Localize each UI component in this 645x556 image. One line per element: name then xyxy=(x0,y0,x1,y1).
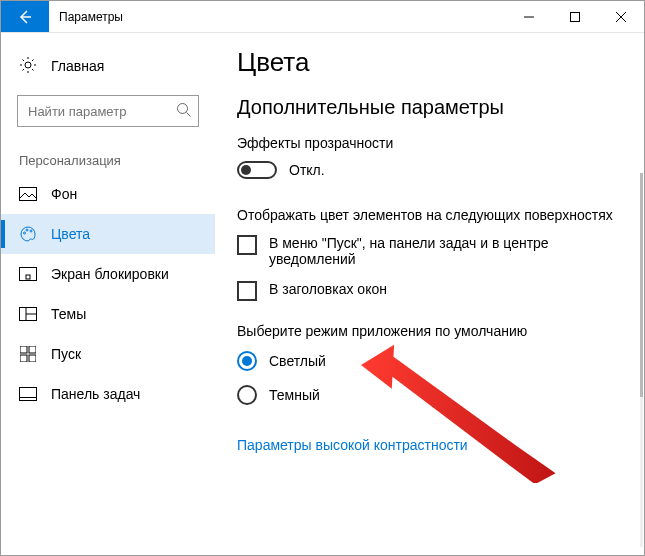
svg-rect-2 xyxy=(571,12,580,21)
svg-rect-25 xyxy=(20,346,27,353)
toggle-state-label: Откл. xyxy=(289,162,325,178)
svg-rect-28 xyxy=(29,355,36,362)
label-app-mode: Выберите режим приложения по умолчанию xyxy=(237,323,634,339)
sidebar-item-label: Фон xyxy=(51,186,77,202)
svg-line-13 xyxy=(23,69,25,71)
page-title: Цвета xyxy=(237,47,634,78)
svg-line-12 xyxy=(32,59,34,61)
themes-icon xyxy=(19,307,37,321)
sidebar: Главная Персонализация Фон Цвета xyxy=(1,33,215,555)
arrow-left-icon xyxy=(16,8,34,26)
sidebar-item-themes[interactable]: Темы xyxy=(1,294,215,334)
checkbox-box xyxy=(237,235,257,255)
radio-circle xyxy=(237,385,257,405)
close-button[interactable] xyxy=(598,1,644,32)
radio-dark[interactable]: Темный xyxy=(237,385,634,405)
checkbox-title-bars[interactable]: В заголовках окон xyxy=(237,281,597,301)
link-high-contrast[interactable]: Параметры высокой контрастности xyxy=(237,437,468,453)
sidebar-section-label: Персонализация xyxy=(1,131,215,174)
label-transparency: Эффекты прозрачности xyxy=(237,135,634,151)
toggle-transparency[interactable] xyxy=(237,161,277,179)
svg-rect-21 xyxy=(26,275,30,279)
lockscreen-icon xyxy=(19,267,37,281)
sidebar-item-taskbar[interactable]: Панель задач xyxy=(1,374,215,414)
checkbox-label: В меню "Пуск", на панели задач и в центр… xyxy=(269,235,597,267)
radio-light[interactable]: Светлый xyxy=(237,351,634,371)
search-input[interactable] xyxy=(17,95,199,127)
picture-icon xyxy=(19,187,37,201)
content-pane: Цвета Дополнительные параметры Эффекты п… xyxy=(215,33,644,555)
checkbox-start-taskbar-actioncenter[interactable]: В меню "Пуск", на панели задач и в центр… xyxy=(237,235,597,267)
svg-line-10 xyxy=(23,59,25,61)
minimize-button[interactable] xyxy=(506,1,552,32)
svg-line-11 xyxy=(32,69,34,71)
label-surfaces: Отображать цвет элементов на следующих п… xyxy=(237,207,634,223)
sidebar-item-label: Цвета xyxy=(51,226,90,242)
sidebar-item-background[interactable]: Фон xyxy=(1,174,215,214)
checkbox-label: В заголовках окон xyxy=(269,281,387,297)
sidebar-item-label: Главная xyxy=(51,58,104,74)
svg-point-5 xyxy=(25,62,31,68)
maximize-button[interactable] xyxy=(552,1,598,32)
sidebar-item-home[interactable]: Главная xyxy=(1,45,215,87)
sidebar-item-label: Пуск xyxy=(51,346,81,362)
back-button[interactable] xyxy=(1,1,49,32)
svg-point-19 xyxy=(30,230,32,232)
sidebar-item-lockscreen[interactable]: Экран блокировки xyxy=(1,254,215,294)
settings-window: Параметры Главная xyxy=(0,0,645,556)
sidebar-item-start[interactable]: Пуск xyxy=(1,334,215,374)
sidebar-item-label: Экран блокировки xyxy=(51,266,169,282)
sidebar-item-colors[interactable]: Цвета xyxy=(1,214,215,254)
search-box[interactable] xyxy=(17,95,199,127)
svg-point-18 xyxy=(26,229,28,231)
palette-icon xyxy=(19,225,37,243)
svg-point-17 xyxy=(24,232,26,234)
svg-line-15 xyxy=(187,113,191,117)
titlebar: Параметры xyxy=(1,1,644,33)
scrollbar[interactable] xyxy=(640,173,643,547)
sidebar-item-label: Темы xyxy=(51,306,86,322)
window-controls xyxy=(506,1,644,32)
svg-rect-16 xyxy=(20,188,37,201)
radio-label: Светлый xyxy=(269,353,326,369)
svg-rect-26 xyxy=(29,346,36,353)
svg-rect-29 xyxy=(20,388,37,401)
svg-point-14 xyxy=(178,104,188,114)
window-title: Параметры xyxy=(49,1,123,32)
search-icon xyxy=(175,101,193,122)
gear-icon xyxy=(19,56,37,77)
taskbar-icon xyxy=(19,387,37,401)
sidebar-item-label: Панель задач xyxy=(51,386,140,402)
section-heading-additional: Дополнительные параметры xyxy=(237,96,634,119)
start-icon xyxy=(19,346,37,362)
radio-label: Темный xyxy=(269,387,320,403)
checkbox-box xyxy=(237,281,257,301)
scrollbar-thumb[interactable] xyxy=(640,173,643,397)
radio-circle xyxy=(237,351,257,371)
svg-rect-27 xyxy=(20,355,27,362)
